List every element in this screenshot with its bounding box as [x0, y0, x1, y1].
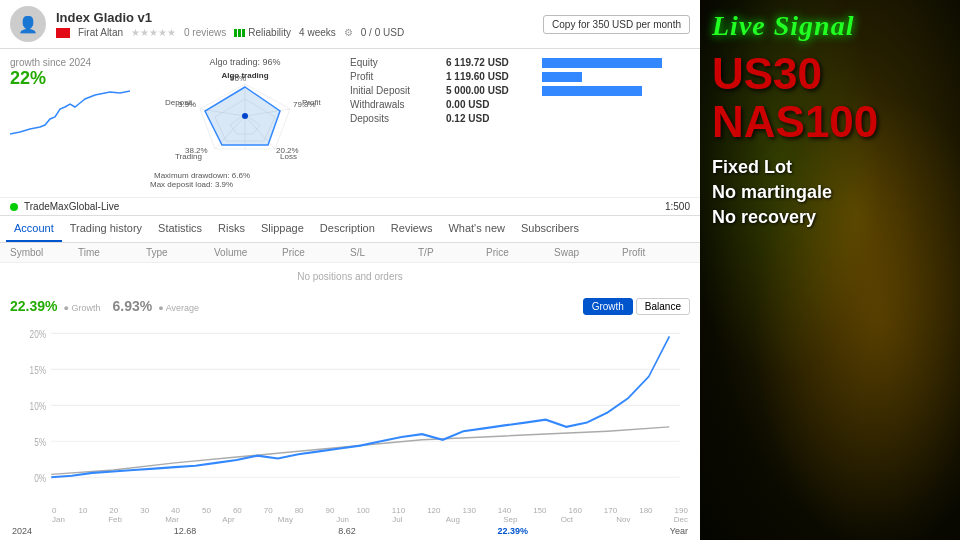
flag-icon [56, 28, 70, 38]
mid-val2: 8.62 [338, 526, 356, 536]
svg-text:20%: 20% [30, 327, 47, 340]
tab-whats-new[interactable]: What's new [440, 216, 513, 242]
usd-label: 0 / 0 USD [361, 27, 404, 38]
initial-bar [542, 86, 642, 96]
profit-bar [542, 72, 582, 82]
reviews-count: 0 reviews [184, 27, 226, 38]
weeks-label: 4 weeks [299, 27, 336, 38]
growth-since-label: growth since 2024 [10, 57, 140, 68]
tab-reviews[interactable]: Reviews [383, 216, 441, 242]
col-sl: S/L [350, 247, 418, 258]
year-label: 2024 [12, 526, 32, 536]
leverage-label: 1:500 [665, 201, 690, 212]
svg-point-9 [242, 113, 248, 119]
balance-btn[interactable]: Balance [636, 298, 690, 315]
profit-value: 1 119.60 USD [446, 71, 536, 82]
col-type: Type [146, 247, 214, 258]
svg-text:Loss: Loss [280, 152, 297, 161]
col-swap: Swap [554, 247, 622, 258]
chart-bottom-row: 2024 12.68 8.62 22.39% Year [10, 524, 690, 536]
equity-bar [542, 58, 662, 68]
col-tp: T/P [418, 247, 486, 258]
tab-subscribers[interactable]: Subscribers [513, 216, 587, 242]
tab-trading-history[interactable]: Trading history [62, 216, 150, 242]
deposits-value: 0.12 USD [446, 113, 536, 124]
col-profit: Profit [622, 247, 690, 258]
col-symbol: Symbol [10, 247, 78, 258]
growth-pct-big: 22.39% [10, 298, 57, 314]
copy-button[interactable]: Copy for 350 USD per month [543, 15, 690, 34]
mid-val1: 12.68 [174, 526, 197, 536]
col-price2: Price [486, 247, 554, 258]
tab-statistics[interactable]: Statistics [150, 216, 210, 242]
instrument-us30: US30 [712, 50, 948, 98]
author-name: Firat Altan [78, 27, 123, 38]
settings-icon: ⚙ [344, 27, 353, 38]
radar-chart: 96% 79.8% 20.2% 38.2% 3.9% Algo trading … [150, 69, 340, 179]
year-growth-val: 22.39% [497, 526, 528, 536]
col-time: Time [78, 247, 146, 258]
withdrawals-label: Withdrawals [350, 99, 440, 110]
no-positions-message: No positions and orders [0, 263, 700, 290]
col-volume: Volume [214, 247, 282, 258]
reliability-bars [234, 29, 245, 37]
svg-text:15%: 15% [30, 363, 47, 376]
live-signal-title: Live Signal [712, 10, 948, 42]
year-period-label: Year [670, 526, 688, 536]
svg-text:Algo trading: Algo trading [221, 71, 268, 80]
algo-trading-label: Algo trading: 96% [150, 57, 340, 67]
avatar: 👤 [10, 6, 46, 42]
tab-description[interactable]: Description [312, 216, 383, 242]
svg-text:10%: 10% [30, 399, 47, 412]
equity-label: Equity [350, 57, 440, 68]
tab-account[interactable]: Account [6, 216, 62, 242]
tabs-row: Account Trading history Statistics Risks… [0, 215, 700, 243]
signal-name: Index Gladio v1 [56, 10, 404, 25]
profit-label: Profit [350, 71, 440, 82]
server-status-dot [10, 203, 18, 211]
tab-risks[interactable]: Risks [210, 216, 253, 242]
growth-btn[interactable]: Growth [583, 298, 633, 315]
svg-text:Deposit: Deposit [165, 98, 193, 107]
growth-chart-svg: 20% 15% 10% 5% 0% [10, 319, 690, 506]
avg-pct: 6.93% [113, 298, 153, 314]
feature-no-recovery: No recovery [712, 207, 948, 228]
table-header: Symbol Time Type Volume Price S/L T/P Pr… [0, 243, 700, 263]
mini-chart [10, 89, 130, 139]
x-axis-numbers: 010203040 5060708090 100110120130140 150… [10, 506, 690, 515]
svg-text:Trading: Trading [175, 152, 202, 161]
server-name: TradeMaxGlobal-Live [24, 201, 119, 212]
growth-chart-label: ● Growth [64, 303, 101, 313]
withdrawals-value: 0.00 USD [446, 99, 536, 110]
features-list: Fixed Lot No martingale No recovery [712, 157, 948, 228]
initial-deposit-label: Initial Deposit [350, 85, 440, 96]
reliability-badge: Reliability [234, 27, 291, 38]
instrument-nas100: NAS100 [712, 98, 948, 146]
equity-value: 6 119.72 USD [446, 57, 536, 68]
growth-pct-small: 22% [10, 68, 140, 89]
svg-text:5%: 5% [34, 435, 46, 448]
month-labels: JanFebMarAprMay JunJulAugSepOct NovDec [10, 515, 690, 524]
svg-text:Profit: Profit [302, 98, 321, 107]
avg-chart-label: ● Average [158, 303, 199, 313]
feature-fixed-lot: Fixed Lot [712, 157, 948, 178]
tab-slippage[interactable]: Slippage [253, 216, 312, 242]
deposits-label: Deposits [350, 113, 440, 124]
initial-deposit-value: 5 000.00 USD [446, 85, 536, 96]
star-rating: ★★★★★ [131, 27, 176, 38]
feature-no-martingale: No martingale [712, 182, 948, 203]
col-price1: Price [282, 247, 350, 258]
svg-text:0%: 0% [34, 471, 46, 484]
positions-table: Symbol Time Type Volume Price S/L T/P Pr… [0, 243, 700, 290]
deposit-load-label: Max deposit load: 3.9% [150, 180, 340, 189]
